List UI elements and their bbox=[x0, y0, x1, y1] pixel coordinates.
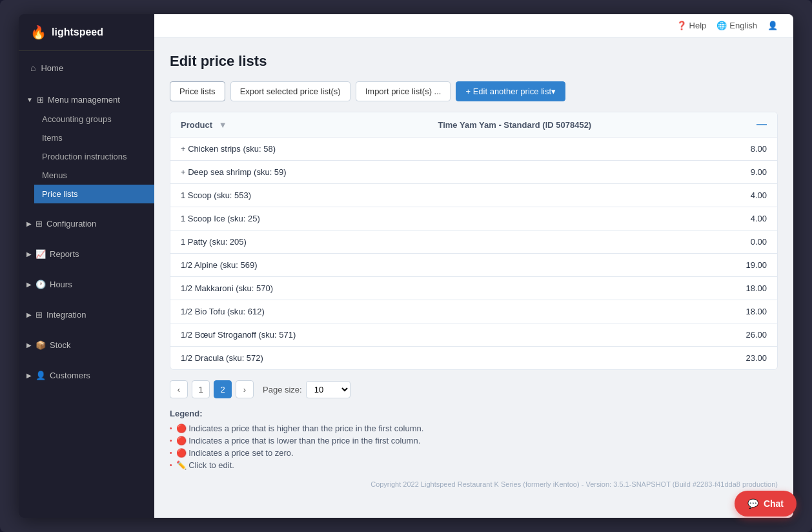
customers-header[interactable]: ▶ 👤 Customers bbox=[19, 365, 154, 385]
cell-product: + Deep sea shrimp (sku: 59) bbox=[170, 161, 427, 184]
sidebar-section-menu-management: ▼ ⊞ Menu management Accounting groups It… bbox=[19, 85, 154, 209]
configuration-header[interactable]: ▶ ⊞ Configuration bbox=[19, 214, 154, 234]
chat-button[interactable]: 💬 Chat bbox=[735, 491, 797, 517]
chevron-icon: ▶ bbox=[26, 220, 32, 227]
cell-price[interactable]: 4.00 bbox=[427, 184, 777, 207]
legend-item: •🔴 Indicates a price that is lower than … bbox=[170, 436, 778, 445]
cell-price[interactable]: 18.00 bbox=[427, 300, 777, 323]
cell-product: 1/2 Makkaroni (sku: 570) bbox=[170, 277, 427, 300]
hours-header[interactable]: ▶ 🕐 Hours bbox=[19, 274, 154, 294]
table-row[interactable]: + Chicken strips (sku: 58)8.00 bbox=[170, 138, 777, 161]
cell-price[interactable]: 9.00 bbox=[427, 161, 777, 184]
stock-header[interactable]: ▶ 📦 Stock bbox=[19, 335, 154, 355]
cell-product: 1/2 Bio Tofu (sku: 612) bbox=[170, 300, 427, 323]
export-button[interactable]: Export selected price list(s) bbox=[230, 81, 350, 101]
table-row[interactable]: 1/2 Alpine (sku: 569)19.00 bbox=[170, 254, 777, 277]
sidebar-item-accounting-groups[interactable]: Accounting groups bbox=[34, 110, 154, 128]
main-content: ❓ Help 🌐 English 👤 Edit price lists Pric… bbox=[154, 14, 793, 518]
sidebar-item-price-lists[interactable]: Price lists bbox=[34, 185, 154, 203]
stock-icon: 📦 bbox=[36, 340, 46, 350]
home-icon: ⌂ bbox=[30, 63, 36, 73]
cell-product: 1 Scoop (sku: 553) bbox=[170, 184, 427, 207]
customers-icon: 👤 bbox=[36, 371, 46, 380]
menu-management-header[interactable]: ▼ ⊞ Menu management bbox=[19, 90, 154, 110]
table-row[interactable]: + Deep sea shrimp (sku: 59)9.00 bbox=[170, 161, 777, 184]
page-size-select[interactable]: 10 25 50 bbox=[306, 381, 350, 398]
cell-product: 1/2 Bœuf Stroganoff (sku: 571) bbox=[170, 323, 427, 347]
cell-product: 1 Patty (sku: 205) bbox=[170, 230, 427, 254]
cell-price[interactable]: 26.00 bbox=[427, 323, 777, 347]
sidebar-section-configuration: ▶ ⊞ Configuration bbox=[19, 209, 154, 239]
filter-icon[interactable]: ▼ bbox=[219, 120, 227, 130]
reports-icon: 📈 bbox=[36, 249, 46, 259]
cell-price[interactable]: 18.00 bbox=[427, 277, 777, 300]
page-title: Edit price lists bbox=[170, 53, 778, 70]
sidebar-section-stock: ▶ 📦 Stock bbox=[19, 330, 154, 360]
help-icon: ❓ bbox=[676, 21, 687, 30]
menu-management-subitems: Accounting groups Items Production instr… bbox=[19, 110, 154, 203]
table-row[interactable]: 1/2 Makkaroni (sku: 570)18.00 bbox=[170, 277, 777, 300]
sidebar-item-items[interactable]: Items bbox=[34, 128, 154, 147]
legend-item: •🔴 Indicates a price set to zero. bbox=[170, 448, 778, 458]
chevron-icon: ▼ bbox=[26, 96, 33, 103]
cell-price[interactable]: 4.00 bbox=[427, 207, 777, 230]
chevron-icon: ▶ bbox=[26, 342, 32, 349]
legend: Legend: •🔴 Indicates a price that is hig… bbox=[170, 409, 778, 470]
col-price-list-header: Time Yam Yam - Standard (ID 5078452) — bbox=[427, 112, 777, 138]
language-selector[interactable]: 🌐 English bbox=[716, 21, 757, 30]
help-button[interactable]: ❓ Help bbox=[676, 21, 707, 30]
logo-text: lightspeed bbox=[52, 26, 103, 38]
sidebar-section-reports: ▶ 📈 Reports bbox=[19, 239, 154, 269]
hours-icon: 🕐 bbox=[36, 280, 46, 289]
cell-price[interactable]: 0.00 bbox=[427, 230, 777, 254]
cell-price[interactable]: 8.00 bbox=[427, 138, 777, 161]
price-lists-tab-button[interactable]: Price lists bbox=[170, 81, 225, 101]
chat-icon: 💬 bbox=[747, 498, 758, 509]
next-page-button[interactable]: › bbox=[236, 380, 254, 398]
legend-item: •🔴 Indicates a price that is higher than… bbox=[170, 424, 778, 433]
integration-header[interactable]: ▶ ⊞ Integration bbox=[19, 305, 154, 325]
cell-price[interactable]: 23.00 bbox=[427, 347, 777, 370]
legend-item: •✏️ Click to edit. bbox=[170, 460, 778, 470]
sidebar: 🔥 lightspeed ⌂ Home ▼ ⊞ Menu management … bbox=[19, 14, 154, 518]
sidebar-item-home[interactable]: ⌂ Home bbox=[19, 56, 154, 79]
config-icon: ⊞ bbox=[36, 219, 43, 229]
remove-col-button[interactable]: — bbox=[756, 119, 767, 130]
table-row[interactable]: 1 Scoop Ice (sku: 25)4.00 bbox=[170, 207, 777, 230]
sidebar-section-customers: ▶ 👤 Customers bbox=[19, 360, 154, 391]
table-row[interactable]: 1/2 Bio Tofu (sku: 612)18.00 bbox=[170, 300, 777, 323]
chevron-icon: ▶ bbox=[26, 372, 32, 379]
price-list-table-container: Product ▼ Time Yam Yam - Standard (ID 50… bbox=[170, 112, 778, 370]
user-icon: 👤 bbox=[767, 21, 778, 30]
cell-product: + Chicken strips (sku: 58) bbox=[170, 138, 427, 161]
cell-price[interactable]: 19.00 bbox=[427, 254, 777, 277]
user-menu[interactable]: 👤 bbox=[767, 21, 778, 30]
cell-product: 1/2 Dracula (sku: 572) bbox=[170, 347, 427, 370]
page-2-button[interactable]: 2 bbox=[214, 380, 232, 398]
toolbar: Price lists Export selected price list(s… bbox=[170, 81, 778, 101]
reports-header[interactable]: ▶ 📈 Reports bbox=[19, 244, 154, 264]
cell-product: 1 Scoop Ice (sku: 25) bbox=[170, 207, 427, 230]
page-area: Edit price lists Price lists Export sele… bbox=[154, 37, 793, 518]
edit-another-button[interactable]: + Edit another price list▾ bbox=[456, 81, 565, 101]
chevron-icon: ▶ bbox=[26, 251, 32, 258]
table-row[interactable]: 1 Scoop (sku: 553)4.00 bbox=[170, 184, 777, 207]
prev-page-button[interactable]: ‹ bbox=[170, 380, 188, 398]
sidebar-section-home: ⌂ Home bbox=[19, 51, 154, 85]
table-row[interactable]: 1/2 Bœuf Stroganoff (sku: 571)26.00 bbox=[170, 323, 777, 347]
price-list-table: Product ▼ Time Yam Yam - Standard (ID 50… bbox=[170, 112, 777, 369]
sidebar-item-production-instructions[interactable]: Production instructions bbox=[34, 147, 154, 166]
sidebar-section-integration: ▶ ⊞ Integration bbox=[19, 300, 154, 330]
table-row[interactable]: 1 Patty (sku: 205)0.00 bbox=[170, 230, 777, 254]
page-1-button[interactable]: 1 bbox=[192, 380, 210, 398]
col-product-header: Product ▼ bbox=[170, 112, 427, 138]
logo-icon: 🔥 bbox=[30, 25, 46, 40]
table-row[interactable]: 1/2 Dracula (sku: 572)23.00 bbox=[170, 347, 777, 370]
top-bar: ❓ Help 🌐 English 👤 bbox=[154, 14, 793, 37]
sidebar-item-menus[interactable]: Menus bbox=[34, 166, 154, 185]
chevron-icon: ▶ bbox=[26, 311, 32, 318]
import-button[interactable]: Import price list(s) ... bbox=[356, 81, 451, 101]
footer: Copyright 2022 Lightspeed Restaurant K S… bbox=[170, 473, 778, 491]
cell-product: 1/2 Alpine (sku: 569) bbox=[170, 254, 427, 277]
chevron-icon: ▶ bbox=[26, 281, 32, 288]
